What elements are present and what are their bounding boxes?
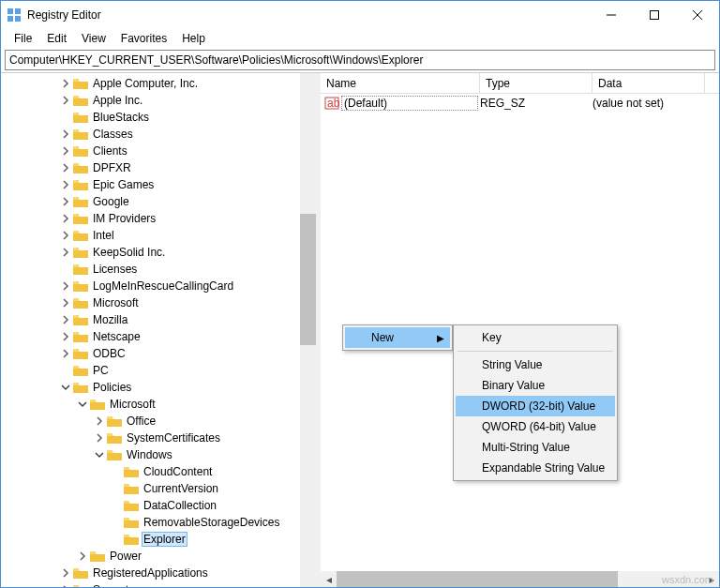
tree-node[interactable]: Policies [1, 379, 316, 396]
column-name[interactable]: Name [321, 73, 480, 93]
expand-toggle-icon[interactable] [59, 566, 72, 580]
column-data[interactable]: Data [592, 73, 705, 93]
expand-toggle-icon[interactable] [110, 533, 123, 546]
maximize-button[interactable] [633, 1, 676, 29]
menu-view[interactable]: View [74, 30, 113, 47]
values-list[interactable]: ab(Default)REG_SZ(value not set) [321, 94, 719, 113]
tree-node[interactable]: Apple Computer, Inc. [1, 75, 316, 92]
tree-node[interactable]: ODBC [1, 345, 316, 362]
expand-toggle-icon[interactable] [59, 212, 72, 225]
scroll-left-icon[interactable]: ◂ [321, 571, 337, 587]
tree-node[interactable]: SystemCertificates [1, 430, 316, 446]
expand-toggle-icon[interactable] [59, 178, 72, 191]
menu-help[interactable]: Help [174, 30, 213, 47]
tree-node[interactable]: Windows [1, 446, 316, 463]
expand-toggle-icon[interactable] [59, 364, 72, 377]
scrollbar-thumb[interactable] [300, 214, 316, 345]
tree-node[interactable]: CloudContent [1, 463, 316, 480]
tree-node[interactable]: Microsoft [1, 294, 316, 311]
tree-node[interactable]: KeepSolid Inc. [1, 244, 316, 261]
tree-vertical-scrollbar[interactable] [300, 73, 316, 587]
expand-toggle-icon[interactable] [76, 550, 89, 563]
folder-icon [124, 499, 139, 512]
value-name: (Default) [341, 96, 478, 111]
tree-node[interactable]: Epic Games [1, 176, 316, 193]
tree-node[interactable]: DataCollection [1, 497, 316, 514]
expand-toggle-icon[interactable] [59, 246, 72, 259]
tree-node[interactable]: BlueStacks [1, 109, 316, 126]
column-type[interactable]: Type [480, 73, 592, 93]
menu-edit[interactable]: Edit [39, 30, 74, 47]
expand-toggle-icon[interactable] [59, 77, 72, 90]
menu-file[interactable]: File [7, 30, 39, 47]
expand-toggle-icon[interactable] [59, 94, 72, 107]
expand-toggle-icon[interactable] [59, 195, 72, 208]
tree-node-label: DPFXR [91, 161, 133, 174]
expand-toggle-icon[interactable] [59, 263, 72, 276]
scroll-track[interactable] [337, 571, 703, 587]
tree-node[interactable]: Google [1, 193, 316, 210]
context-menu-item[interactable]: String Value [456, 354, 615, 375]
expand-toggle-icon[interactable] [110, 499, 123, 512]
context-menu-item[interactable]: Expandable String Value [456, 458, 615, 478]
address-bar[interactable]: Computer\HKEY_CURRENT_USER\Software\Poli… [5, 50, 715, 70]
expand-toggle-icon[interactable] [76, 398, 89, 411]
folder-icon [124, 482, 139, 495]
registry-tree[interactable]: Apple Computer, Inc.Apple Inc.BlueStacks… [1, 73, 316, 587]
context-menu-item[interactable]: Multi-String Value [456, 437, 615, 458]
context-menu[interactable]: New ▶ [342, 324, 453, 351]
close-button[interactable] [676, 1, 719, 29]
tree-node[interactable]: Mozilla [1, 311, 316, 328]
expand-toggle-icon[interactable] [59, 296, 72, 309]
tree-node[interactable]: PC [1, 362, 316, 379]
expand-toggle-icon[interactable] [59, 583, 72, 587]
tree-node[interactable]: Power [1, 548, 316, 565]
context-submenu-new[interactable]: KeyString ValueBinary ValueDWORD (32-bit… [453, 324, 618, 481]
tree-node[interactable]: Intel [1, 227, 316, 244]
expand-toggle-icon[interactable] [93, 448, 106, 461]
tree-node[interactable]: CurrentVersion [1, 480, 316, 497]
scrollbar-thumb[interactable] [337, 571, 618, 587]
expand-toggle-icon[interactable] [59, 144, 72, 158]
tree-node[interactable]: DPFXR [1, 159, 316, 176]
title-bar[interactable]: Registry Editor [1, 1, 719, 29]
values-horizontal-scrollbar[interactable]: ◂ ▸ [321, 571, 719, 587]
expand-toggle-icon[interactable] [93, 431, 106, 445]
tree-node[interactable]: Apple Inc. [1, 92, 316, 109]
expand-toggle-icon[interactable] [59, 313, 72, 326]
minimize-button[interactable] [590, 1, 633, 29]
svg-rect-5 [651, 11, 659, 20]
expand-toggle-icon[interactable] [59, 161, 72, 174]
tree-pane[interactable]: Apple Computer, Inc.Apple Inc.BlueStacks… [1, 73, 316, 587]
tree-node[interactable]: RegisteredApplications [1, 565, 316, 581]
tree-node[interactable]: Explorer [1, 531, 316, 548]
menu-favorites[interactable]: Favorites [113, 30, 174, 47]
tree-node[interactable]: LogMeInRescueCallingCard [1, 278, 316, 294]
expand-toggle-icon[interactable] [93, 415, 106, 428]
tree-node[interactable]: Clients [1, 143, 316, 159]
context-menu-item[interactable]: DWORD (32-bit) Value [456, 396, 615, 416]
tree-node[interactable]: Office [1, 413, 316, 430]
value-row[interactable]: ab(Default)REG_SZ(value not set) [321, 94, 719, 113]
expand-toggle-icon[interactable] [59, 279, 72, 293]
expand-toggle-icon[interactable] [59, 347, 72, 360]
expand-toggle-icon[interactable] [110, 516, 123, 529]
tree-node[interactable]: Classes [1, 126, 316, 143]
expand-toggle-icon[interactable] [110, 465, 123, 478]
expand-toggle-icon[interactable] [110, 482, 123, 495]
context-menu-item[interactable]: QWORD (64-bit) Value [456, 416, 615, 437]
tree-node[interactable]: Netscape [1, 328, 316, 345]
tree-node[interactable]: Seagate [1, 581, 316, 587]
expand-toggle-icon[interactable] [59, 111, 72, 124]
expand-toggle-icon[interactable] [59, 128, 72, 141]
tree-node[interactable]: Microsoft [1, 396, 316, 413]
context-menu-item-new[interactable]: New ▶ [345, 327, 450, 348]
tree-node[interactable]: IM Providers [1, 210, 316, 227]
tree-node[interactable]: RemovableStorageDevices [1, 514, 316, 531]
context-menu-item[interactable]: Key [456, 327, 615, 348]
expand-toggle-icon[interactable] [59, 229, 72, 242]
expand-toggle-icon[interactable] [59, 381, 72, 394]
expand-toggle-icon[interactable] [59, 330, 72, 343]
tree-node[interactable]: Licenses [1, 261, 316, 278]
context-menu-item[interactable]: Binary Value [456, 375, 615, 396]
